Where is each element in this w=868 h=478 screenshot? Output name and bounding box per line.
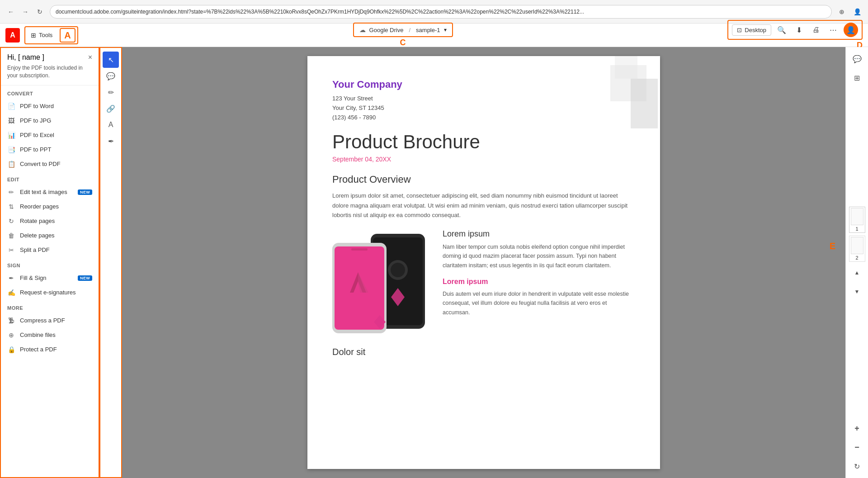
rotate-pages-icon: ↻ <box>7 217 15 225</box>
more-section-label: MORE <box>1 300 99 313</box>
address-bar[interactable]: documentcloud.adobe.com/gsuiteintegratio… <box>50 5 832 19</box>
sidebar-item-request-esignatures[interactable]: ✍Request e-signatures <box>1 285 99 300</box>
tool-panel: ↖💬✏🔗A✒ B <box>99 47 122 478</box>
lorem-text: Nam liber tempor cum soluta nobis eleife… <box>443 242 635 270</box>
pdf-to-ppt-label: PDF to PPT <box>20 146 92 153</box>
pdf-to-jpg-icon: 🖼 <box>7 117 15 125</box>
pdf-decoration <box>579 56 660 128</box>
tool-buttons: ↖💬✏🔗A✒ <box>103 52 119 149</box>
tool-draw-button[interactable]: ✏ <box>103 84 119 100</box>
breadcrumb-separator: / <box>409 27 410 33</box>
reorder-pages-icon: ⇅ <box>7 203 15 211</box>
compress-pdf-label: Compress a PDF <box>20 317 92 324</box>
pdf-area[interactable]: Your Company 123 Your Street Your City, … <box>122 47 845 478</box>
annotation-c-label: C <box>400 38 406 47</box>
sidebar-item-pdf-to-word[interactable]: 📄PDF to Word <box>1 99 99 114</box>
edit-text-images-badge: NEW <box>78 189 92 195</box>
grid-panel-button[interactable]: ⊞ <box>849 70 865 86</box>
reorder-pages-label: Reorder pages <box>20 203 92 210</box>
sidebar-item-protect-pdf[interactable]: 🔒Protect a PDF <box>1 342 99 357</box>
zoom-in-button[interactable]: + <box>849 420 865 436</box>
print-button[interactable]: 🖨 <box>809 23 823 37</box>
lorem-pink-text: Duis autem vel eum iriure dolor in hendr… <box>443 289 635 317</box>
sidebar-item-split-pdf[interactable]: ✂Split a PDF <box>1 243 99 257</box>
nav-buttons: ← → ↻ <box>5 5 46 18</box>
brochure-title: Product Brochure <box>332 131 635 153</box>
sidebar-item-pdf-to-jpg[interactable]: 🖼PDF to JPG <box>1 114 99 128</box>
desktop-button[interactable]: ⊡ Desktop <box>732 24 771 36</box>
sidebar-item-compress-pdf[interactable]: 🗜Compress a PDF <box>1 313 99 328</box>
sidebar-item-reorder-pages[interactable]: ⇅Reorder pages <box>1 199 99 214</box>
phone-container <box>332 229 432 338</box>
convert-section-label: CONVERT <box>1 85 99 99</box>
pdf-to-excel-label: PDF to Excel <box>20 132 92 138</box>
download-button[interactable]: ⬇ <box>792 23 806 37</box>
tools-grid-icon: ⊞ <box>31 32 36 39</box>
lorem-pink-title: Lorem ipsum <box>443 278 635 286</box>
doc-selector[interactable]: ☁ Google Drive / sample-1 ▾ <box>353 23 453 37</box>
pdf-to-jpg-label: PDF to JPG <box>20 117 92 124</box>
more-button[interactable]: ⋯ <box>826 23 840 37</box>
overview-title: Product Overview <box>332 174 635 185</box>
sidebar-item-rotate-pages[interactable]: ↻Rotate pages <box>1 214 99 228</box>
greeting-hi: Hi, <box>7 53 16 61</box>
edit-section-label: EDIT <box>1 171 99 185</box>
tool-comment-button[interactable]: 💬 <box>103 68 119 84</box>
search-button[interactable]: 🔍 <box>775 23 788 37</box>
sidebar-item-convert-to-pdf[interactable]: 📋Convert to PDF <box>1 157 99 171</box>
brochure-date: September 04, 20XX <box>332 156 635 163</box>
profile-button[interactable]: 👤 <box>851 5 863 18</box>
sidebar-close-button[interactable]: × <box>88 53 92 62</box>
tool-link-button[interactable]: 🔗 <box>103 100 119 117</box>
edit-text-images-icon: ✏ <box>7 188 15 196</box>
edit-text-images-label: Edit text & images <box>20 189 73 195</box>
browser-actions: ⊕ 👤 <box>835 5 863 18</box>
comment-panel-button[interactable]: 💬 <box>849 51 865 67</box>
sidebar-item-pdf-to-ppt[interactable]: 📑PDF to PPT <box>1 142 99 157</box>
page-2-thumb[interactable]: 2 <box>849 236 865 262</box>
tools-tab[interactable]: ⊞ Tools <box>27 30 56 41</box>
sidebar-item-pdf-to-excel[interactable]: 📊PDF to Excel <box>1 128 99 142</box>
page1-num: 1 <box>855 226 858 232</box>
tool-signature-button[interactable]: ✒ <box>103 133 119 149</box>
page-1-thumb[interactable]: 1 <box>849 207 865 233</box>
sidebar-item-fill-sign[interactable]: ✒Fill & SignNEW <box>1 271 99 285</box>
tool-text-select-button[interactable]: A <box>103 117 119 133</box>
adobe-logo-text: A <box>10 31 15 39</box>
edit-items: ✏Edit text & imagesNEW⇅Reorder pages↻Rot… <box>1 185 99 257</box>
filename-chevron: ▾ <box>444 27 447 33</box>
refresh-button[interactable]: ↻ <box>33 5 46 18</box>
request-esignatures-label: Request e-signatures <box>20 289 92 296</box>
user-name: [ name ] <box>18 53 44 61</box>
extensions-button[interactable]: ⊕ <box>835 5 848 18</box>
fill-sign-icon: ✒ <box>7 274 15 282</box>
text-col: Lorem ipsum Nam liber tempor cum soluta … <box>443 229 635 338</box>
toolbar-right-actions: ⊡ Desktop 🔍 ⬇ 🖨 ⋯ 👤 <box>727 20 863 40</box>
drive-label: Google Drive <box>369 27 404 33</box>
split-pdf-label: Split a PDF <box>20 246 92 253</box>
back-button[interactable]: ← <box>5 5 17 18</box>
pdf-to-excel-icon: 📊 <box>7 131 15 139</box>
convert-to-pdf-icon: 📋 <box>7 160 15 168</box>
tool-select-button[interactable]: ↖ <box>103 52 119 68</box>
scroll-up-button[interactable]: ▲ <box>849 265 865 281</box>
main-layout: Hi, [ name ] × Enjoy the PDF tools inclu… <box>0 47 868 478</box>
sidebar-item-edit-text-images[interactable]: ✏Edit text & imagesNEW <box>1 185 99 199</box>
pdf-to-word-icon: 📄 <box>7 102 15 110</box>
sidebar-item-delete-pages[interactable]: 🗑Delete pages <box>1 228 99 243</box>
annotation-a-label: A <box>60 28 75 43</box>
url-text: documentcloud.adobe.com/gsuiteintegratio… <box>56 9 584 15</box>
adobe-toolbar: A ⊞ Tools A ☁ Google Drive / sample-1 ▾ … <box>0 24 868 47</box>
pdf-to-word-label: PDF to Word <box>20 103 92 109</box>
forward-button[interactable]: → <box>19 5 32 18</box>
annotation-e-label: E <box>830 241 835 251</box>
zoom-out-button[interactable]: − <box>849 439 865 455</box>
sidebar-item-combine-files[interactable]: ⊕Combine files <box>1 328 99 342</box>
user-avatar[interactable]: 👤 <box>844 23 858 37</box>
scroll-down-button[interactable]: ▼ <box>849 284 865 300</box>
desktop-label: Desktop <box>745 27 766 33</box>
page2-num: 2 <box>855 255 858 260</box>
svg-rect-7 <box>351 248 368 251</box>
rotate-button[interactable]: ↻ <box>849 458 865 474</box>
cloud-icon: ☁ <box>359 26 366 33</box>
